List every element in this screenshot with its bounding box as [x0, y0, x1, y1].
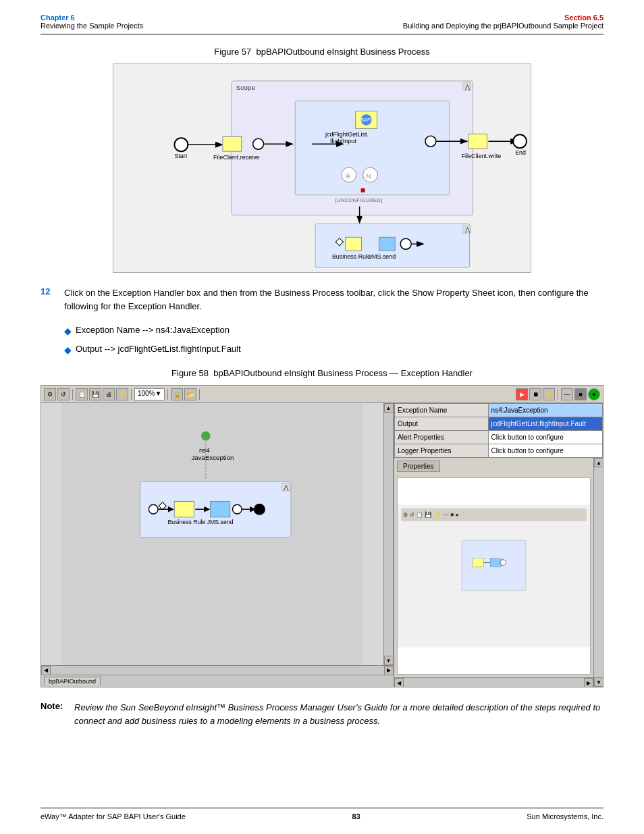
svg-rect-8 — [223, 136, 242, 151]
figure-58-props-panel: Exception Name ns4:JavaException Output … — [394, 403, 603, 687]
props-hscroll[interactable]: ◀ ▶ — [394, 677, 593, 687]
section-subtitle: Building and Deploying the prjBAPIOutbou… — [403, 22, 603, 30]
footer-left: eWay™ Adapter for SAP BAPI User's Guide — [41, 812, 186, 820]
properties-button[interactable]: Properties — [397, 461, 440, 472]
svg-text:[UNCONFIGURED]: [UNCONFIGURED] — [336, 197, 382, 203]
prop-value-2[interactable]: Click button to configure — [488, 431, 602, 444]
step-12-text: Click on the Exception Handler box and t… — [64, 286, 603, 313]
svg-text:FileClient.receive: FileClient.receive — [213, 154, 260, 161]
toolbar-sep-2 — [131, 389, 132, 400]
bullet-item-2: ◆ Output --> jcdFlightGetList.flightInpu… — [64, 342, 603, 357]
svg-text:JMS.send: JMS.send — [369, 253, 396, 260]
figure-57-title: Figure 57 bpBAPIOutbound eInsight Busine… — [41, 47, 603, 57]
prop-label-1: Output — [395, 417, 489, 431]
toolbar-sep-1 — [72, 389, 73, 400]
props-row-0: Exception Name ns4:JavaException — [395, 404, 603, 417]
svg-text:Start: Start — [174, 153, 187, 159]
canvas-hscroll[interactable]: ◀ ▶ — [41, 665, 394, 675]
bullet-text-2: Output --> jcdFlightGetList.flightInput.… — [76, 342, 241, 356]
toolbar-icon-11[interactable]: — — [561, 388, 573, 400]
scroll-left[interactable]: ◀ — [41, 666, 51, 675]
svg-text:BAPI: BAPI — [361, 118, 372, 122]
figure-58-toolbar: ⚙ ↺ 📋 💾 🖨 ⚡ 100%▼ 🔒 📂 ▶ ⏹ ⚡ — ■ — [41, 386, 603, 403]
toolbar-icon-4[interactable]: 💾 — [89, 388, 101, 400]
svg-text:Scope: Scope — [236, 84, 256, 91]
prop-label-0: Exception Name — [395, 404, 489, 417]
toolbar-icon-8[interactable]: 📂 — [184, 388, 196, 400]
props-row-1: Output jcdFlightGetList.flightInput.Faul… — [395, 417, 603, 431]
svg-point-10 — [253, 138, 264, 149]
prop-label-3: Logger Properties — [395, 444, 489, 458]
svg-text:FileClient.write: FileClient.write — [462, 153, 502, 159]
scroll-right[interactable]: ▶ — [384, 666, 394, 675]
toolbar-icon-1[interactable]: ⚙ — [44, 388, 56, 400]
toolbar-sep-4 — [199, 389, 200, 400]
toolbar-icon-2[interactable]: ↺ — [57, 388, 70, 400]
svg-point-57 — [233, 504, 242, 514]
canvas-vscroll[interactable]: ▲ ▼ — [383, 403, 393, 665]
toolbar-icon-5[interactable]: 🖨 — [103, 388, 115, 400]
props-scroll-down[interactable]: ▼ — [594, 677, 603, 687]
svg-rect-52 — [174, 502, 194, 517]
svg-text:⋀: ⋀ — [283, 484, 289, 491]
bullet-text-1: Exception Name --> ns4:JavaException — [76, 323, 230, 337]
toolbar-icon-7[interactable]: 🔒 — [171, 388, 183, 400]
chapter-title: Chapter 6 — [41, 14, 143, 22]
svg-text:⋀: ⋀ — [464, 84, 471, 90]
toolbar-zoom[interactable]: 100%▼ — [134, 388, 165, 400]
props-bottom: Properties ▲ ▼ ⚙ ↺ 📋 � — [394, 458, 603, 687]
prop-value-0[interactable]: ns4:JavaException — [488, 404, 602, 417]
scroll-up[interactable]: ▲ — [384, 403, 394, 413]
svg-rect-68 — [490, 558, 502, 567]
svg-point-59 — [254, 504, 265, 515]
scroll-down[interactable]: ▼ — [384, 656, 394, 665]
page-footer: eWay™ Adapter for SAP BAPI User's Guide … — [41, 808, 603, 820]
props-mini-diagram: ⚙ ↺ 📋 💾 ⚡ — ■ ● — [397, 477, 591, 675]
bullet-list: ◆ Exception Name --> ns4:JavaException ◆… — [64, 323, 603, 357]
toolbar-sep-3 — [167, 389, 168, 400]
svg-rect-29 — [361, 188, 365, 192]
svg-text:ns4: ns4 — [199, 446, 210, 454]
props-scroll-left[interactable]: ◀ — [394, 678, 404, 687]
svg-point-70 — [500, 560, 506, 565]
toolbar-icon-9[interactable]: ⏹ — [529, 388, 541, 400]
svg-text:N: N — [367, 172, 371, 180]
figure-58-container: ⚙ ↺ 📋 💾 🖨 ⚡ 100%▼ 🔒 📂 ▶ ⏹ ⚡ — ■ — [41, 385, 603, 687]
header-right: Section 6.5 Building and Deploying the p… — [403, 14, 603, 30]
svg-point-40 — [400, 238, 411, 249]
svg-text:⋀: ⋀ — [464, 226, 471, 233]
toolbar-icon-10[interactable]: ⚡ — [543, 388, 555, 400]
prop-value-3[interactable]: Click button to configure — [488, 444, 602, 458]
step-12-number: 12 — [41, 286, 57, 313]
toolbar-icon-green[interactable]: ● — [588, 388, 600, 400]
prop-label-2: Alert Properties — [395, 431, 489, 444]
note-section: Note: Review the Sun SeeBeyond eInsight™… — [41, 701, 603, 727]
props-scroll-up[interactable]: ▲ — [594, 458, 603, 467]
toolbar-icon-12[interactable]: ■ — [574, 388, 587, 400]
page-header: Chapter 6 Reviewing the Sample Projects … — [41, 14, 603, 34]
figure-58-main: ▲ ▼ ns4 JavaException — [41, 403, 603, 687]
props-row-2: Alert Properties Click button to configu… — [395, 431, 603, 444]
props-vscroll[interactable]: ▲ ▼ — [593, 458, 603, 687]
svg-text:JavaException: JavaException — [191, 454, 234, 461]
toolbar-icon-6[interactable]: ⚡ — [116, 388, 128, 400]
toolbar-sep-5 — [558, 389, 558, 400]
svg-text:Business Rule: Business Rule — [168, 519, 206, 525]
toolbar-icon-red[interactable]: ▶ — [516, 388, 528, 400]
svg-point-5 — [174, 138, 188, 151]
svg-text:⚙ ↺  📋 💾  ⚡  —  ■ ●: ⚙ ↺ 📋 💾 ⚡ — ■ ● — [403, 511, 458, 519]
footer-right: Sun Microsystems, Inc. — [527, 812, 603, 820]
bullet-item-1: ◆ Exception Name --> ns4:JavaException — [64, 323, 603, 338]
figure-57-diagram: Scope ⋀ Start FileClient.receive — [113, 63, 531, 273]
props-row-3: Logger Properties Click button to config… — [395, 444, 603, 458]
svg-rect-37 — [379, 237, 395, 251]
svg-text:④: ④ — [345, 172, 351, 180]
props-scroll-right[interactable]: ▶ — [584, 678, 593, 687]
bp-tab[interactable]: bpBAPIOutbound — [44, 677, 101, 685]
prop-value-1[interactable]: jcdFlightGetList.flightInput.Fault — [488, 417, 602, 431]
svg-rect-67 — [473, 558, 484, 567]
toolbar-icon-3[interactable]: 📋 — [76, 388, 88, 400]
svg-point-23 — [513, 134, 527, 148]
props-table: Exception Name ns4:JavaException Output … — [394, 403, 603, 458]
step-12: 12 Click on the Exception Handler box an… — [41, 286, 603, 313]
